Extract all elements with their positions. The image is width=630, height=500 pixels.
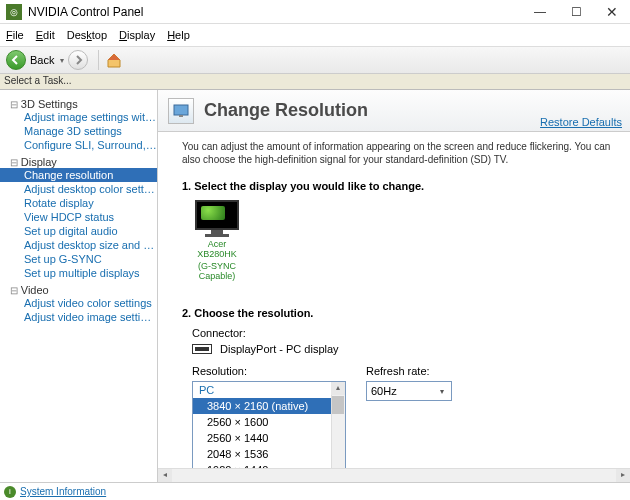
resolution-option[interactable]: 2560 × 1440 xyxy=(193,430,345,446)
resolution-label: Resolution: xyxy=(192,365,366,377)
nav-tree: 3D Settings Adjust image settings with p… xyxy=(0,90,158,482)
refresh-rate-combo[interactable]: 60Hz ▾ xyxy=(366,381,452,401)
tree-item-sli[interactable]: Configure SLI, Surround, PhysX xyxy=(0,138,157,152)
window-title: NVIDIA Control Panel xyxy=(28,5,522,19)
back-label: Back xyxy=(30,54,54,66)
resolution-listbox[interactable]: PC 3840 × 2160 (native) 2560 × 1600 2560… xyxy=(192,381,346,482)
resolution-option[interactable]: 2560 × 1600 xyxy=(193,414,345,430)
tree-category-display[interactable]: Display xyxy=(0,156,157,168)
menu-desktop[interactable]: Desktop xyxy=(67,29,107,41)
tree-item-video-image[interactable]: Adjust video image settings xyxy=(0,310,157,324)
forward-button[interactable] xyxy=(68,50,88,70)
info-icon: i xyxy=(4,486,16,498)
tree-item-manage-3d[interactable]: Manage 3D settings xyxy=(0,124,157,138)
tree-item-rotate[interactable]: Rotate display xyxy=(0,196,157,210)
tree-item-change-resolution[interactable]: Change resolution xyxy=(0,168,157,182)
scroll-left-icon[interactable]: ◂ xyxy=(158,469,172,482)
scroll-up-icon[interactable]: ▴ xyxy=(331,382,345,395)
close-button[interactable]: ✕ xyxy=(594,0,630,24)
refresh-label: Refresh rate: xyxy=(366,365,452,377)
menu-file[interactable]: File xyxy=(6,29,24,41)
tree-item-desktop-color[interactable]: Adjust desktop color settings xyxy=(0,182,157,196)
resolution-option[interactable]: 2048 × 1536 xyxy=(193,446,345,462)
connector-label: Connector: xyxy=(192,327,606,339)
chevron-down-icon: ▾ xyxy=(435,384,449,398)
step2-title: 2. Choose the resolution. xyxy=(182,307,606,319)
tree-item-multiple-displays[interactable]: Set up multiple displays xyxy=(0,266,157,280)
tree-category-3d[interactable]: 3D Settings xyxy=(0,98,157,110)
tree-category-video[interactable]: Video xyxy=(0,284,157,296)
step1-title: 1. Select the display you would like to … xyxy=(182,180,606,192)
menu-edit[interactable]: Edit xyxy=(36,29,55,41)
monitor-subtitle: (G-SYNC Capable) xyxy=(192,261,242,281)
resolution-group-pc: PC xyxy=(193,382,345,398)
scroll-thumb[interactable] xyxy=(332,396,344,414)
page-icon xyxy=(168,98,194,124)
home-icon[interactable] xyxy=(105,51,123,69)
app-icon: ◎ xyxy=(6,4,22,20)
menu-display[interactable]: Display xyxy=(119,29,155,41)
back-button[interactable] xyxy=(6,50,26,70)
refresh-value: 60Hz xyxy=(371,385,397,397)
resolution-option[interactable]: 3840 × 2160 (native) xyxy=(193,398,345,414)
toolbar-separator xyxy=(98,50,99,70)
tree-item-desktop-size[interactable]: Adjust desktop size and position xyxy=(0,238,157,252)
content-horizontal-scrollbar[interactable]: ◂ ▸ xyxy=(158,468,630,482)
tree-item-image-settings[interactable]: Adjust image settings with preview xyxy=(0,110,157,124)
tree-item-digital-audio[interactable]: Set up digital audio xyxy=(0,224,157,238)
displayport-icon xyxy=(192,344,212,354)
task-hint: Select a Task... xyxy=(0,74,630,90)
svg-rect-0 xyxy=(174,105,188,115)
system-information-link[interactable]: System Information xyxy=(20,486,106,497)
back-dropdown-icon[interactable]: ▾ xyxy=(60,56,64,65)
menu-help[interactable]: Help xyxy=(167,29,190,41)
tree-item-gsync[interactable]: Set up G-SYNC xyxy=(0,252,157,266)
connector-value: DisplayPort - PC display xyxy=(220,343,339,355)
svg-rect-1 xyxy=(179,115,183,117)
display-thumbnail[interactable]: Acer XB280HK (G-SYNC Capable) xyxy=(192,200,242,281)
tree-item-hdcp[interactable]: View HDCP status xyxy=(0,210,157,224)
tree-item-video-color[interactable]: Adjust video color settings xyxy=(0,296,157,310)
minimize-button[interactable]: — xyxy=(522,0,558,24)
monitor-name: Acer XB280HK xyxy=(192,239,242,259)
restore-defaults-link[interactable]: Restore Defaults xyxy=(540,116,622,128)
scroll-right-icon[interactable]: ▸ xyxy=(616,469,630,482)
page-description: You can adjust the amount of information… xyxy=(158,132,630,176)
maximize-button[interactable]: ☐ xyxy=(558,0,594,24)
